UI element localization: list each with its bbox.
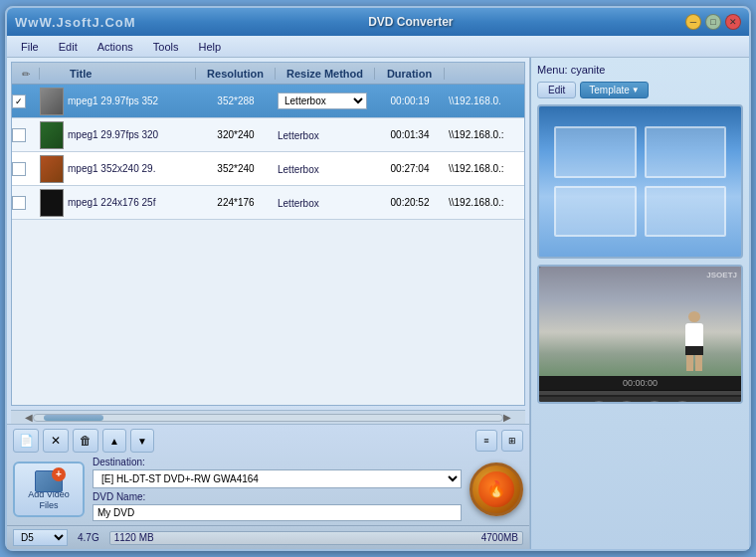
- watermark: WwW.JsoftJ.CoM: [15, 15, 136, 30]
- grid-view-btn[interactable]: ⊞: [501, 430, 523, 452]
- player-legs: [686, 355, 702, 371]
- video-table: ✏ Title Resolution Resize Method Duratio…: [11, 62, 525, 406]
- play-button[interactable]: ▶: [588, 401, 610, 404]
- disc-type-select[interactable]: D5 D9: [13, 529, 68, 546]
- template-dropdown-icon: ▼: [632, 86, 640, 94]
- checkbox[interactable]: ✓: [12, 94, 26, 108]
- left-panel: ✏ Title Resolution Resize Method Duratio…: [7, 58, 530, 549]
- move-up-btn[interactable]: ▲: [102, 429, 126, 453]
- row-output: \\192.168.0.:: [445, 163, 524, 174]
- col-resize: Resize Method: [276, 68, 375, 80]
- add-icon-area: +: [32, 467, 66, 487]
- close-button[interactable]: ✕: [725, 14, 741, 30]
- add-files-icon-btn[interactable]: 📄: [13, 429, 39, 453]
- video-logo: JSOETJ: [706, 271, 737, 279]
- table-row[interactable]: mpeg1 29.97fps 320 320*240 Letterbox 00:…: [12, 118, 524, 152]
- used-space: 1120 MB: [114, 532, 154, 543]
- template-button[interactable]: Template ▼: [580, 82, 649, 98]
- table-body: ✓ mpeg1 29.97fps 352 352*288 Letterbox P…: [12, 85, 524, 405]
- scroll-left-btn[interactable]: ◀: [25, 412, 33, 423]
- resize-select[interactable]: Letterbox Pan & Scan Full Screen No Resi…: [278, 93, 367, 109]
- add-video-button[interactable]: + Add Video Files: [13, 462, 85, 517]
- row-resize: Letterbox: [276, 197, 375, 209]
- edit-button[interactable]: Edit: [537, 82, 576, 98]
- right-panel: Menu: cyanite Edit Template ▼: [530, 58, 749, 549]
- fast-forward-button[interactable]: ⏭: [671, 401, 693, 404]
- bottom-toolbar: 📄 ✕ 🗑 ▲ ▼ ≡ ⊞ + Add V: [7, 424, 529, 525]
- toolbar-row-2: + Add Video Files Destination: [E] HL-DT…: [13, 457, 523, 521]
- row-thumb: [40, 87, 64, 116]
- player-shorts: [685, 346, 703, 355]
- row-resolution: 224*176: [196, 197, 276, 208]
- player-head: [688, 311, 700, 322]
- menu-help[interactable]: Help: [194, 40, 225, 54]
- row-resize[interactable]: Letterbox Pan & Scan Full Screen No Resi…: [276, 93, 375, 109]
- dvd-name-label: DVD Name:: [93, 491, 462, 502]
- maximize-button[interactable]: □: [705, 14, 721, 30]
- destination-select[interactable]: [E] HL-DT-ST DVD+-RW GWA4164: [93, 469, 462, 488]
- playback-controls: ▶ ■ ⏮ ⏭: [539, 397, 741, 404]
- player-silhouette: [676, 311, 711, 371]
- progress-bar[interactable]: [539, 391, 741, 397]
- table-row[interactable]: mpeg1 224x176 25f 224*176 Letterbox 00:2…: [12, 186, 524, 220]
- row-duration: 00:01:34: [375, 129, 445, 140]
- row-resolution: 352*288: [196, 95, 276, 106]
- row-title: mpeg1 224x176 25f: [64, 197, 196, 208]
- preview-square-1: [554, 126, 637, 178]
- row-resize: Letterbox: [276, 129, 375, 141]
- list-view-btn[interactable]: ≡: [475, 430, 497, 452]
- col-title: Title: [64, 68, 196, 80]
- body-area: ✏ Title Resolution Resize Method Duratio…: [7, 58, 749, 549]
- row-thumb: [40, 120, 64, 150]
- row-resize: Letterbox: [276, 163, 375, 175]
- move-down-btn[interactable]: ▼: [130, 429, 154, 453]
- player-leg-left: [686, 355, 693, 371]
- add-video-label: Add Video Files: [19, 489, 79, 511]
- menu-file[interactable]: File: [17, 40, 43, 54]
- row-check[interactable]: [12, 162, 40, 176]
- row-check[interactable]: ✓: [12, 94, 40, 108]
- delete-btn[interactable]: ✕: [43, 429, 69, 453]
- burn-button[interactable]: 🔥: [470, 463, 523, 516]
- menu-edit[interactable]: Edit: [55, 40, 82, 54]
- progress-track: [539, 391, 741, 395]
- total-space: 4700MB: [481, 532, 518, 543]
- window-title: DVD Converter: [136, 15, 685, 29]
- row-thumb: [40, 154, 64, 184]
- menu-tools[interactable]: Tools: [149, 40, 183, 54]
- row-title: mpeg1 29.97fps 320: [64, 129, 196, 140]
- scroll-track[interactable]: [33, 414, 503, 422]
- player-leg-right: [695, 355, 702, 371]
- col-resolution: Resolution: [196, 68, 276, 80]
- row-check[interactable]: [12, 196, 40, 210]
- menu-preview: [537, 104, 743, 259]
- row-duration: 00:00:19: [375, 95, 445, 106]
- thumbnail: [40, 88, 64, 115]
- stop-button[interactable]: ■: [616, 401, 638, 404]
- row-output: \\192.168.0.:: [445, 197, 524, 208]
- trash-btn[interactable]: 🗑: [73, 429, 98, 453]
- scroll-right-btn[interactable]: ▶: [503, 412, 511, 423]
- horizontal-scrollbar[interactable]: ◀ ▶: [11, 410, 525, 424]
- table-header: ✏ Title Resolution Resize Method Duratio…: [12, 63, 524, 85]
- row-output: \\192.168.0.:: [445, 129, 524, 140]
- dvd-name-input[interactable]: [93, 504, 462, 521]
- preview-squares: [554, 126, 726, 237]
- plus-icon: +: [52, 467, 66, 481]
- window-controls: ─ □ ✕: [685, 14, 741, 30]
- menu-actions[interactable]: Actions: [94, 40, 137, 54]
- minimize-button[interactable]: ─: [685, 14, 701, 30]
- scroll-thumb[interactable]: [44, 415, 103, 421]
- row-resolution: 352*240: [196, 163, 276, 174]
- table-row[interactable]: ✓ mpeg1 29.97fps 352 352*288 Letterbox P…: [12, 85, 524, 118]
- checkbox[interactable]: [12, 196, 26, 210]
- video-preview: JSOETJ 00:00:00 ▶ ■ ⏮ ⏭: [537, 265, 743, 404]
- table-row[interactable]: mpeg1 352x240 29. 352*240 Letterbox 00:2…: [12, 152, 524, 186]
- destination-area: Destination: [E] HL-DT-ST DVD+-RW GWA416…: [93, 457, 462, 521]
- checkbox[interactable]: [12, 162, 26, 176]
- rewind-button[interactable]: ⏮: [644, 401, 665, 404]
- title-bar: WwW.JsoftJ.CoM DVD Converter ─ □ ✕: [7, 8, 749, 36]
- status-bar: D5 D9 4.7G 1120 MB 4700MB: [7, 525, 529, 549]
- row-check[interactable]: [12, 128, 40, 142]
- checkbox[interactable]: [12, 128, 26, 142]
